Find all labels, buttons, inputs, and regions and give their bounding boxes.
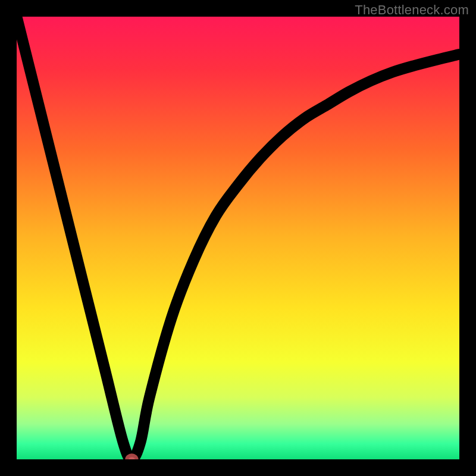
gradient-background	[17, 17, 459, 459]
watermark-text: TheBottleneck.com	[355, 2, 469, 18]
minimum-marker	[127, 455, 136, 459]
chart-canvas	[17, 17, 459, 459]
chart-frame: TheBottleneck.com	[0, 0, 476, 476]
